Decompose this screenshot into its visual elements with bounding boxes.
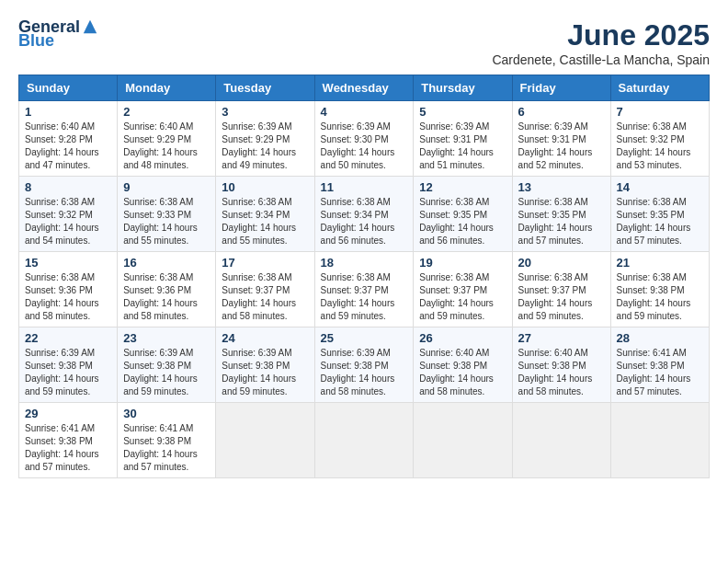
calendar-day-11: 11Sunrise: 6:38 AM Sunset: 9:34 PM Dayli…	[314, 177, 414, 252]
calendar-day-9: 9Sunrise: 6:38 AM Sunset: 9:33 PM Daylig…	[118, 177, 216, 252]
calendar-day-4: 4Sunrise: 6:39 AM Sunset: 9:30 PM Daylig…	[314, 101, 414, 177]
calendar-day-empty	[216, 403, 314, 478]
calendar-day-17: 17Sunrise: 6:38 AM Sunset: 9:37 PM Dayli…	[216, 252, 314, 327]
logo: General Blue	[18, 18, 98, 51]
calendar-day-23: 23Sunrise: 6:39 AM Sunset: 9:38 PM Dayli…	[118, 327, 216, 403]
calendar-day-empty	[414, 403, 512, 478]
calendar-header-monday: Monday	[118, 75, 216, 101]
calendar-header-wednesday: Wednesday	[314, 75, 414, 101]
calendar-header-saturday: Saturday	[610, 75, 709, 101]
calendar-week-row: 29Sunrise: 6:41 AM Sunset: 9:38 PM Dayli…	[19, 403, 710, 478]
calendar-day-3: 3Sunrise: 6:39 AM Sunset: 9:29 PM Daylig…	[216, 101, 314, 177]
calendar-day-5: 5Sunrise: 6:39 AM Sunset: 9:31 PM Daylig…	[414, 101, 512, 177]
calendar-week-row: 1Sunrise: 6:40 AM Sunset: 9:28 PM Daylig…	[19, 101, 710, 177]
calendar-day-16: 16Sunrise: 6:38 AM Sunset: 9:36 PM Dayli…	[118, 252, 216, 327]
calendar-day-26: 26Sunrise: 6:40 AM Sunset: 9:38 PM Dayli…	[414, 327, 512, 403]
location-title: Cardenete, Castille-La Mancha, Spain	[492, 52, 710, 67]
calendar-day-20: 20Sunrise: 6:38 AM Sunset: 9:37 PM Dayli…	[512, 252, 610, 327]
month-title: June 2025	[492, 18, 710, 52]
calendar-day-13: 13Sunrise: 6:38 AM Sunset: 9:35 PM Dayli…	[512, 177, 610, 252]
calendar-day-24: 24Sunrise: 6:39 AM Sunset: 9:38 PM Dayli…	[216, 327, 314, 403]
calendar-day-28: 28Sunrise: 6:41 AM Sunset: 9:38 PM Dayli…	[610, 327, 709, 403]
calendar-day-14: 14Sunrise: 6:38 AM Sunset: 9:35 PM Dayli…	[610, 177, 709, 252]
calendar-day-empty	[314, 403, 414, 478]
calendar-day-empty	[512, 403, 610, 478]
calendar-day-18: 18Sunrise: 6:38 AM Sunset: 9:37 PM Dayli…	[314, 252, 414, 327]
calendar-header-sunday: Sunday	[19, 75, 118, 101]
calendar-day-7: 7Sunrise: 6:38 AM Sunset: 9:32 PM Daylig…	[610, 101, 709, 177]
calendar-day-8: 8Sunrise: 6:38 AM Sunset: 9:32 PM Daylig…	[19, 177, 118, 252]
calendar-header-thursday: Thursday	[414, 75, 512, 101]
calendar-day-10: 10Sunrise: 6:38 AM Sunset: 9:34 PM Dayli…	[216, 177, 314, 252]
calendar-day-25: 25Sunrise: 6:39 AM Sunset: 9:38 PM Dayli…	[314, 327, 414, 403]
calendar-week-row: 22Sunrise: 6:39 AM Sunset: 9:38 PM Dayli…	[19, 327, 710, 403]
calendar-body: 1Sunrise: 6:40 AM Sunset: 9:28 PM Daylig…	[19, 101, 710, 478]
page-container: General Blue June 2025 Cardenete, Castil…	[18, 18, 710, 478]
calendar-day-empty	[610, 403, 709, 478]
svg-marker-0	[84, 20, 97, 33]
calendar-day-6: 6Sunrise: 6:39 AM Sunset: 9:31 PM Daylig…	[512, 101, 610, 177]
logo-icon	[82, 18, 98, 35]
calendar-header-friday: Friday	[512, 75, 610, 101]
calendar-day-27: 27Sunrise: 6:40 AM Sunset: 9:38 PM Dayli…	[512, 327, 610, 403]
calendar-day-15: 15Sunrise: 6:38 AM Sunset: 9:36 PM Dayli…	[19, 252, 118, 327]
calendar-day-29: 29Sunrise: 6:41 AM Sunset: 9:38 PM Dayli…	[19, 403, 118, 478]
calendar-day-1: 1Sunrise: 6:40 AM Sunset: 9:28 PM Daylig…	[19, 101, 118, 177]
calendar-day-19: 19Sunrise: 6:38 AM Sunset: 9:37 PM Dayli…	[414, 252, 512, 327]
title-section: June 2025 Cardenete, Castille-La Mancha,…	[492, 18, 710, 67]
calendar-week-row: 15Sunrise: 6:38 AM Sunset: 9:36 PM Dayli…	[19, 252, 710, 327]
calendar-header-row: SundayMondayTuesdayWednesdayThursdayFrid…	[19, 75, 710, 101]
calendar-day-22: 22Sunrise: 6:39 AM Sunset: 9:38 PM Dayli…	[19, 327, 118, 403]
calendar-day-30: 30Sunrise: 6:41 AM Sunset: 9:38 PM Dayli…	[118, 403, 216, 478]
calendar-day-2: 2Sunrise: 6:40 AM Sunset: 9:29 PM Daylig…	[118, 101, 216, 177]
calendar-week-row: 8Sunrise: 6:38 AM Sunset: 9:32 PM Daylig…	[19, 177, 710, 252]
calendar-table: SundayMondayTuesdayWednesdayThursdayFrid…	[18, 75, 710, 478]
logo-blue: Blue	[18, 31, 54, 51]
calendar-day-12: 12Sunrise: 6:38 AM Sunset: 9:35 PM Dayli…	[414, 177, 512, 252]
header: General Blue June 2025 Cardenete, Castil…	[18, 18, 710, 67]
calendar-header-tuesday: Tuesday	[216, 75, 314, 101]
calendar-day-21: 21Sunrise: 6:38 AM Sunset: 9:38 PM Dayli…	[610, 252, 709, 327]
